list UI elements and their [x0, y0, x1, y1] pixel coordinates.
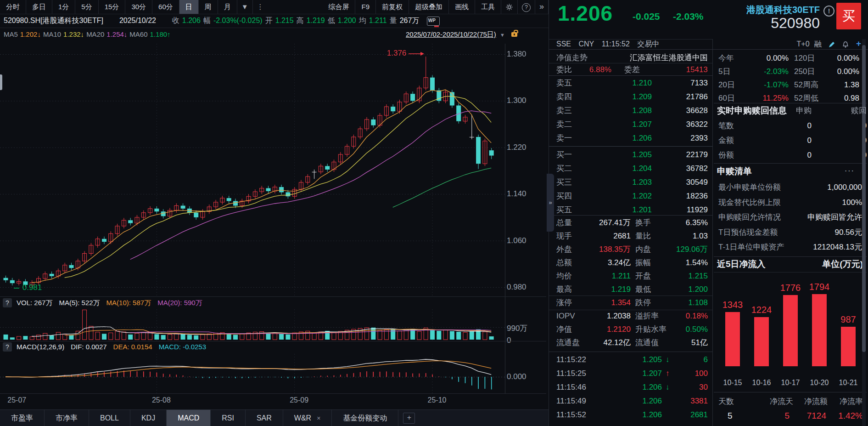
tab-close-icon[interactable]: × — [317, 415, 320, 422]
bid-row[interactable]: 买二1.20436782 — [556, 162, 708, 176]
gear-icon[interactable] — [501, 0, 518, 14]
more-ellipsis-icon[interactable]: ... — [845, 164, 855, 174]
arrow-right-icon — [409, 51, 424, 56]
stat-label: 流通盘 — [556, 336, 580, 349]
tab-SAR[interactable]: SAR — [246, 410, 283, 426]
bid-row[interactable]: 买一1.20522179 — [556, 148, 708, 162]
period-button-15分[interactable]: 15分 — [99, 0, 126, 14]
expand-more-icon[interactable]: » — [535, 0, 549, 14]
ask-row[interactable]: 卖五1.2107133 — [556, 76, 708, 90]
tool-button-工具[interactable]: 工具 — [475, 0, 501, 14]
net-inflow-date: 10-20 — [806, 379, 832, 387]
macd-legend-item-0: MACD(12,26,9) — [17, 343, 64, 351]
tool-button-超级叠加[interactable]: 超级叠加 — [409, 0, 449, 14]
creation-list-value: 1,000,000 — [826, 180, 862, 195]
panel-expander-handle[interactable]: » — [547, 174, 554, 232]
help-icon[interactable]: ? — [3, 342, 12, 352]
rt-subscribe-value: 0 — [807, 148, 812, 163]
macd-chart-canvas[interactable] — [0, 354, 505, 393]
wp-window-icon[interactable]: WP — [427, 17, 440, 26]
ask-row[interactable]: 卖二1.20736322 — [556, 118, 708, 131]
ask-row[interactable]: 卖一1.2062393 — [556, 131, 708, 145]
period-button-分时[interactable]: 分时 — [0, 0, 26, 14]
help-glyph: ? — [522, 3, 531, 12]
ask-row[interactable]: 卖三1.20836628 — [556, 104, 708, 118]
macd-pane-header: ?MACD(12,26,9)DIF: 0.0027DEA: 0.0154MACD… — [3, 342, 213, 353]
add-indicator-button[interactable]: + — [403, 413, 415, 424]
period-button-60分[interactable]: 60分 — [152, 0, 179, 14]
badge-融: 融 — [814, 40, 822, 48]
chevron-down-icon[interactable]: ▼ — [500, 32, 505, 38]
creation-list-label: T-1日单位申赎资产 — [718, 240, 784, 255]
scrollbar-thumb[interactable] — [862, 45, 866, 352]
ask-label: 卖三 — [556, 104, 572, 118]
tab-MACD[interactable]: MACD — [167, 410, 211, 426]
help-icon[interactable]: ? — [3, 298, 12, 307]
period-button-多日[interactable]: 多日 — [26, 0, 52, 14]
tab-KDJ[interactable]: KDJ — [130, 410, 167, 426]
tab-BOLL[interactable]: BOLL — [89, 410, 130, 426]
divider — [714, 272, 867, 273]
left-panel-handle[interactable] — [0, 74, 2, 90]
lock-icon[interactable] — [511, 32, 517, 37]
nav-fund-name: 汇添富恒生港股通中国 — [630, 51, 708, 64]
stat-label: 涨停 — [556, 296, 572, 309]
divider — [0, 296, 546, 297]
tool-button-F9[interactable]: F9 — [355, 0, 376, 14]
field-value-均: 1.211 — [369, 17, 387, 24]
tab-基金份额变动[interactable]: 基金份额变动 — [332, 410, 398, 426]
info-circle-icon[interactable]: ! — [823, 6, 834, 17]
tab-市盈率[interactable]: 市盈率 — [0, 410, 45, 426]
stat-label: 流通值 — [635, 336, 659, 349]
stat-label: 升贴水率 — [635, 323, 666, 336]
divider — [0, 341, 546, 341]
period-button-周[interactable]: 周 — [199, 0, 218, 14]
divider — [549, 39, 712, 40]
bell-icon[interactable] — [842, 40, 849, 48]
tick-price: 1.206 — [642, 381, 662, 394]
divider — [549, 295, 712, 296]
chevron-down-icon[interactable]: ▼ — [237, 0, 253, 14]
period-button-5分[interactable]: 5分 — [75, 0, 98, 14]
add-watch-icon[interactable]: + — [856, 39, 861, 48]
stat-value: 42.12亿 — [603, 336, 631, 349]
tab-RSI[interactable]: RSI — [211, 410, 246, 426]
tool-button-画线[interactable]: 画线 — [449, 0, 475, 14]
buy-button[interactable]: 买 — [836, 3, 861, 29]
period-button-30分[interactable]: 30分 — [125, 0, 152, 14]
bid-row[interactable]: 买三1.20330549 — [556, 176, 708, 189]
tool-button-前复权[interactable]: 前复权 — [376, 0, 409, 14]
stat-label: 净值 — [556, 323, 572, 336]
perf-row: 5日-2.03%250日0.00% — [718, 65, 859, 78]
summary-header-净流额: 净流额 — [804, 396, 828, 407]
bid-label: 买二 — [556, 162, 572, 176]
help-icon[interactable]: ? — [518, 0, 535, 14]
price-change: -0.025 — [633, 11, 660, 22]
bid-price: 1.205 — [632, 148, 652, 162]
date-range-selector[interactable]: 2025/07/02-2025/10/22(75日) ▼ — [406, 29, 517, 40]
ask-row[interactable]: 卖四1.20921786 — [556, 90, 708, 104]
bid-row[interactable]: 买四1.20218236 — [556, 189, 708, 203]
stat-row: 总额3.24亿振幅1.54% — [556, 256, 708, 269]
candlestick-chart-canvas[interactable] — [0, 44, 505, 296]
period-button-月[interactable]: 月 — [218, 0, 237, 14]
tab-W&R[interactable]: W&R× — [283, 410, 332, 426]
volume-chart-canvas[interactable] — [0, 309, 505, 341]
bid-volume: 30549 — [686, 176, 708, 189]
tool-button-综合屏[interactable]: 综合屏 — [322, 0, 355, 14]
security-name: 港股通科技30ETF — [714, 4, 820, 16]
stat-row: 现手2681量比1.03 — [556, 229, 708, 243]
trade-date: 2025/10/22 — [119, 17, 156, 24]
period-button-日[interactable]: 日 — [179, 0, 199, 14]
more-dots-icon[interactable]: ⋮ — [253, 0, 268, 14]
stat-row: 流通盘42.12亿流通值51亿 — [556, 336, 708, 349]
pencil-icon[interactable] — [828, 40, 835, 48]
tab-市净率[interactable]: 市净率 — [45, 410, 89, 426]
subscribe-col-header: 申购 — [796, 105, 812, 116]
stat-label: 跌停 — [635, 296, 651, 309]
stat-value: 1.354 — [611, 296, 631, 309]
field-label-均: 均 — [359, 17, 366, 24]
net-inflow-bar — [725, 312, 740, 366]
stat-label: IOPV — [556, 309, 575, 323]
period-button-1分[interactable]: 1分 — [52, 0, 75, 14]
